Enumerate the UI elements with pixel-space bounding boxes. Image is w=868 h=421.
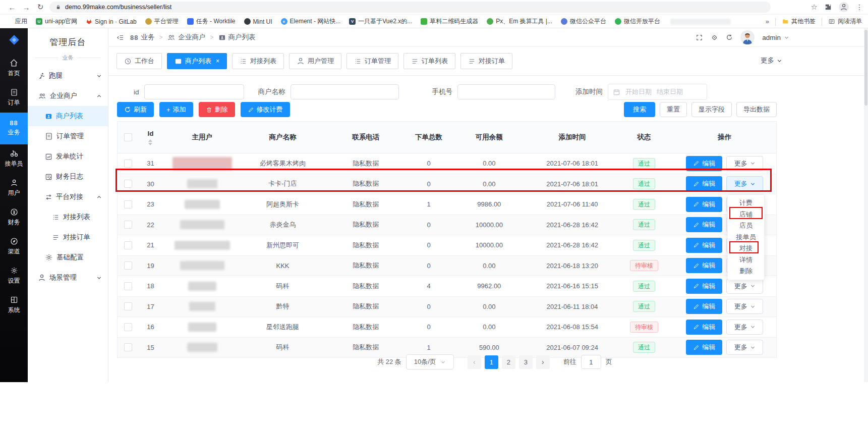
sidebar-item-5[interactable]: 发单统计 — [28, 146, 108, 167]
sort-asc-icon[interactable] — [148, 139, 152, 142]
dropdown-item-3[interactable]: 店员 — [728, 220, 764, 232]
edit-button[interactable]: 编辑 — [686, 340, 722, 355]
rail-item-1[interactable]: 首页 — [0, 54, 28, 83]
export-button[interactable]: 导出数据 — [736, 102, 777, 117]
tabs-more-button[interactable]: 更多 — [761, 56, 782, 65]
sort-icons[interactable] — [148, 139, 152, 145]
search-button[interactable]: 搜索 — [624, 102, 655, 117]
add-button[interactable]: +添加 — [159, 102, 193, 117]
bookmark-item[interactable]: Sign in · GitLab — [86, 18, 137, 25]
select-all-checkbox[interactable] — [124, 133, 132, 141]
bookmark-item[interactable]: Uuni-app官网 — [36, 17, 77, 26]
extensions-icon[interactable] — [825, 4, 832, 11]
bookmark-item[interactable]: 应用 — [6, 17, 27, 26]
scrollbar-thumb[interactable] — [864, 30, 867, 106]
user-menu[interactable]: admin — [762, 34, 789, 41]
dropdown-item-2[interactable]: 店铺 — [728, 209, 764, 221]
tab-5[interactable]: 订单管理 — [346, 53, 398, 69]
show-fields-button[interactable]: 显示字段 — [691, 102, 732, 117]
date-range-input[interactable]: 开始日期 结束日期 — [608, 84, 707, 100]
reset-button[interactable]: 重置 — [660, 102, 687, 117]
tab-1[interactable]: 工作台 — [117, 53, 162, 69]
tab-4[interactable]: 用户管理 — [289, 53, 341, 69]
goto-page-input[interactable] — [581, 355, 601, 369]
rail-item-2[interactable]: 订单 — [0, 83, 28, 113]
dropdown-item-7[interactable]: 删除 — [728, 266, 764, 277]
tab-2[interactable]: 商户列表× — [167, 53, 227, 69]
rail-item-4[interactable]: 接单员 — [0, 144, 28, 174]
more-button[interactable]: 更多 — [726, 156, 763, 171]
bookmarks-overflow-icon[interactable]: » — [766, 18, 769, 25]
edit-button[interactable]: 编辑 — [686, 217, 722, 232]
sidebar-item-6[interactable]: 财务日志 — [28, 167, 108, 187]
close-icon[interactable]: × — [216, 58, 219, 65]
more-button[interactable]: 更多 — [726, 279, 763, 294]
rail-item-5[interactable]: 用户 — [0, 174, 28, 203]
tab-7[interactable]: 对接订单 — [460, 53, 512, 69]
rail-item-9[interactable]: 系统 — [0, 291, 28, 320]
edit-button[interactable]: 编辑 — [686, 156, 722, 171]
refresh-button[interactable]: 刷新 — [117, 102, 154, 117]
row-checkbox[interactable] — [124, 241, 132, 249]
rail-item-8[interactable]: 设置 — [0, 261, 28, 291]
rail-item-3[interactable]: 88业务 — [0, 113, 28, 144]
breadcrumb-item-3[interactable]: 商户列表 — [218, 33, 256, 42]
back-icon[interactable]: ← — [5, 3, 19, 12]
bookmark-item[interactable]: 任务 - Worktile — [187, 17, 236, 26]
forward-icon[interactable]: → — [19, 3, 33, 12]
page-size-select[interactable]: 10条/页 — [406, 354, 454, 370]
browser-profile-icon[interactable] — [839, 2, 849, 12]
edit-button[interactable]: 编辑 — [686, 197, 722, 212]
bookmark-item[interactable]: 草料二维码生成器 — [421, 17, 478, 26]
theme-icon[interactable] — [711, 34, 718, 41]
bookmark-star-icon[interactable]: ☆ — [811, 3, 818, 12]
other-bookmarks[interactable]: 其他书签 — [782, 17, 816, 26]
breadcrumb-item-2[interactable]: 企业商户 — [167, 33, 205, 42]
rail-item-7[interactable]: 渠道 — [0, 232, 28, 261]
tab-3[interactable]: 对接列表 — [232, 53, 284, 69]
row-checkbox[interactable] — [124, 282, 132, 290]
reload-icon[interactable]: ↻ — [33, 3, 47, 12]
address-bar[interactable]: demo.99make.com/business/seller/list — [49, 2, 771, 13]
bookmark-item[interactable]: eElement - 网站快... — [281, 17, 341, 26]
row-checkbox[interactable] — [124, 200, 132, 208]
more-button[interactable]: 更多 — [726, 340, 763, 355]
edit-button[interactable]: 编辑 — [686, 279, 722, 294]
dropdown-item-6[interactable]: 详情 — [728, 254, 764, 266]
page-button-1[interactable]: 1 — [485, 355, 498, 369]
rail-item-6[interactable]: 财务 — [0, 203, 28, 232]
avatar[interactable] — [740, 30, 755, 44]
dropdown-item-5[interactable]: 对接 — [728, 243, 764, 254]
edit-button[interactable]: 编辑 — [686, 176, 722, 191]
sidebar-collapse-icon[interactable] — [117, 34, 124, 41]
sidebar-item-1[interactable]: 跑腿 — [28, 66, 108, 86]
page-button-3[interactable]: 3 — [519, 355, 533, 369]
edit-button[interactable]: 编辑 — [686, 238, 722, 253]
scrollbar[interactable] — [864, 28, 868, 382]
refresh-icon[interactable] — [726, 34, 733, 41]
dropdown-item-4[interactable]: 接单员 — [728, 232, 764, 243]
phone-input[interactable] — [457, 84, 555, 99]
bookmark-item[interactable]: 微信开放平台 — [615, 17, 660, 26]
bookmark-item[interactable]: 微信公众平台 — [561, 17, 606, 26]
bookmark-item[interactable]: V一只基于Vue2.x的... — [349, 17, 412, 26]
prev-page-button[interactable]: ‹ — [468, 355, 481, 369]
row-checkbox[interactable] — [124, 180, 132, 188]
edit-button[interactable]: 编辑 — [686, 258, 722, 273]
reading-list[interactable]: 阅读清单 — [828, 17, 862, 26]
sidebar-item-10[interactable]: 基础配置 — [28, 247, 108, 268]
browser-menu-icon[interactable]: ⋮ — [856, 3, 863, 11]
row-checkbox[interactable] — [124, 302, 132, 310]
more-button[interactable]: 更多 — [726, 176, 763, 191]
sidebar-item-4[interactable]: 订单管理 — [28, 126, 108, 146]
id-input[interactable] — [144, 84, 244, 99]
row-checkbox[interactable] — [124, 160, 132, 168]
page-button-2[interactable]: 2 — [502, 355, 515, 369]
sidebar-item-8[interactable]: 对接列表 — [28, 207, 108, 227]
sort-desc-icon[interactable] — [148, 143, 152, 145]
row-checkbox[interactable] — [124, 343, 132, 351]
next-page-button[interactable]: › — [536, 355, 550, 369]
sidebar-item-7[interactable]: 平台对接 — [28, 187, 108, 207]
row-checkbox[interactable] — [124, 221, 132, 229]
fullscreen-icon[interactable] — [696, 34, 703, 41]
